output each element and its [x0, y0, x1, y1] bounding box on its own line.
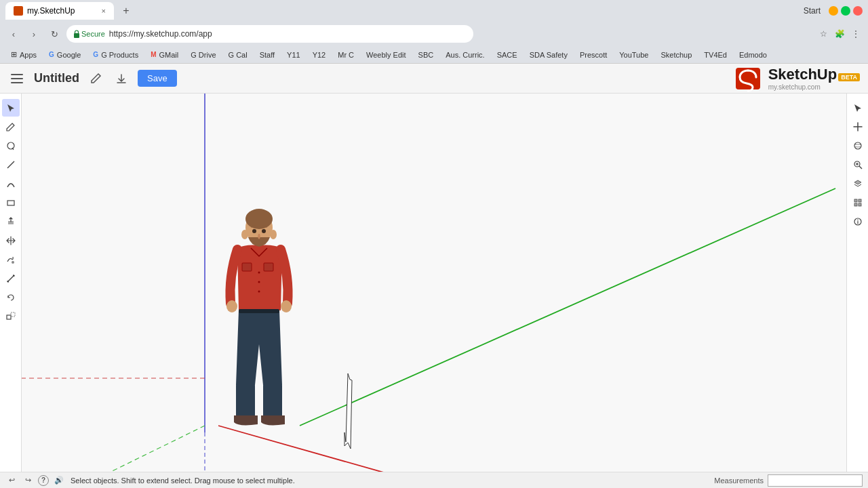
status-bar: ↩ ↪ ? 🔊 Select objects. Shift to extend …	[0, 472, 868, 488]
zoom-button[interactable]	[849, 156, 867, 174]
forward-button[interactable]: ›	[26, 26, 42, 42]
svg-point-33	[854, 144, 861, 147]
refresh-button[interactable]: ↻	[46, 26, 62, 42]
measure-tool[interactable]	[2, 270, 20, 287]
bookmark-tv4ed[interactable]: TV4Ed	[698, 49, 732, 60]
bookmark-apps[interactable]: ⊞ Apps	[5, 49, 42, 60]
status-message: Select objects. Shift to extend select. …	[71, 476, 295, 485]
address-input[interactable]: Secure https://my.sketchup.com/app	[66, 25, 473, 43]
maximize-button[interactable]	[841, 6, 850, 16]
help-button[interactable]: ?	[38, 475, 49, 486]
bookmark-sace[interactable]: SACE	[492, 49, 523, 60]
address-text: https://my.sketchup.com/app	[109, 29, 212, 39]
bookmark-g-products[interactable]: G G Products	[87, 49, 144, 60]
bookmark-sbc[interactable]: SBC	[413, 49, 439, 60]
redo-button[interactable]: ↪	[22, 474, 34, 487]
bookmark-sketchup[interactable]: Sketchup	[655, 49, 697, 60]
bookmark-prescott[interactable]: Prescott	[574, 49, 612, 60]
select-tool[interactable]	[2, 99, 20, 117]
svg-point-32	[854, 142, 861, 149]
svg-point-31	[270, 230, 277, 239]
bookmark-y12[interactable]: Y12	[307, 49, 332, 60]
download-button[interactable]	[112, 69, 131, 88]
info-button[interactable]	[849, 213, 867, 230]
svg-point-5	[12, 261, 14, 264]
layers-button[interactable]	[849, 175, 867, 192]
svg-point-22	[258, 291, 260, 293]
addressbar-icons: ☆ 🧩 ⋮	[816, 27, 863, 41]
menu-icon[interactable]: ⋮	[849, 27, 863, 41]
rotate-tool[interactable]	[2, 289, 20, 306]
svg-point-28	[252, 229, 256, 233]
svg-point-21	[258, 281, 260, 283]
bookmark-weebly[interactable]: Weebly Edit	[361, 49, 412, 60]
bookmark-youtube[interactable]: YouTube	[614, 49, 654, 60]
measurements-input[interactable]	[768, 474, 863, 487]
tab-title: my.SketchUp	[27, 6, 75, 16]
measurements-label: Measurements	[714, 476, 764, 485]
new-tab-button[interactable]: +	[117, 1, 136, 20]
bookmark-google[interactable]: G Google	[43, 49, 86, 60]
tab-close-button[interactable]: ×	[102, 7, 106, 15]
svg-point-16	[245, 209, 273, 229]
secure-badge: Secure	[73, 30, 105, 38]
line-tool[interactable]	[2, 156, 20, 174]
bookmark-gcal[interactable]: G Cal	[223, 49, 253, 60]
bookmark-sda-safety[interactable]: SDA Safety	[524, 49, 573, 60]
browser-tab[interactable]: my.SketchUp ×	[5, 2, 114, 20]
sound-button[interactable]: 🔊	[53, 474, 65, 487]
bookmark-edmodo[interactable]: Edmodo	[734, 49, 772, 60]
rectangle-tool[interactable]	[2, 194, 20, 211]
bookmark-mrc[interactable]: Mr C	[332, 49, 359, 60]
bookmark-y11[interactable]: Y11	[281, 49, 306, 60]
right-toolbar	[846, 94, 868, 472]
svg-point-23	[226, 300, 237, 312]
paint-tool[interactable]	[2, 251, 20, 268]
svg-rect-26	[236, 384, 255, 418]
bookmarks-bar: ⊞ Apps G Google G G Products M GMail G D…	[0, 46, 868, 64]
main-work-area	[0, 94, 868, 472]
lasso-tool[interactable]	[2, 137, 20, 155]
canvas-area[interactable]	[22, 94, 846, 472]
bookmark-star-icon[interactable]: ☆	[816, 27, 830, 41]
scale-tool[interactable]	[2, 308, 20, 325]
pencil-tool[interactable]	[2, 118, 20, 136]
svg-line-35	[859, 166, 862, 169]
browser-titlebar: my.SketchUp × + Start	[0, 0, 868, 22]
secure-label: Secure	[81, 30, 105, 38]
measurements-area: Measurements	[714, 474, 863, 487]
extension-icon[interactable]: 🧩	[833, 27, 846, 41]
svg-rect-8	[22, 94, 846, 472]
minimize-button[interactable]	[829, 6, 838, 16]
pan-button[interactable]	[849, 118, 867, 136]
beta-badge: BETA	[838, 73, 860, 81]
svg-rect-18	[242, 263, 252, 271]
bookmark-gdrive[interactable]: G Drive	[185, 49, 221, 60]
arc-tool[interactable]	[2, 175, 20, 192]
app-header: Untitled Save Sk	[0, 64, 868, 94]
menu-hamburger-button[interactable]	[8, 69, 27, 88]
save-button[interactable]: Save	[138, 70, 177, 87]
svg-rect-25	[239, 309, 279, 313]
svg-point-20	[258, 272, 260, 274]
back-button[interactable]: ‹	[5, 26, 22, 42]
push-pull-tool[interactable]	[2, 213, 20, 230]
orbit-button[interactable]	[849, 137, 867, 155]
svg-rect-3	[7, 201, 14, 205]
svg-rect-38	[854, 199, 857, 202]
bookmark-aus-curric[interactable]: Aus. Curric.	[440, 49, 490, 60]
edit-title-button[interactable]	[86, 69, 105, 88]
svg-point-2	[7, 142, 14, 149]
window-controls: Start	[804, 6, 863, 16]
svg-rect-41	[859, 203, 861, 206]
left-toolbar	[0, 94, 22, 472]
bookmark-staff[interactable]: Staff	[254, 49, 280, 60]
svg-point-30	[241, 230, 248, 239]
bookmark-gmail[interactable]: M GMail	[145, 49, 184, 60]
logo-subtitle: my.sketchup.com	[768, 83, 860, 91]
components-button[interactable]	[849, 194, 867, 211]
close-button[interactable]	[853, 6, 863, 16]
move-tool[interactable]	[2, 232, 20, 249]
cursor-view-button[interactable]	[849, 99, 867, 117]
undo-button[interactable]: ↩	[5, 474, 18, 487]
